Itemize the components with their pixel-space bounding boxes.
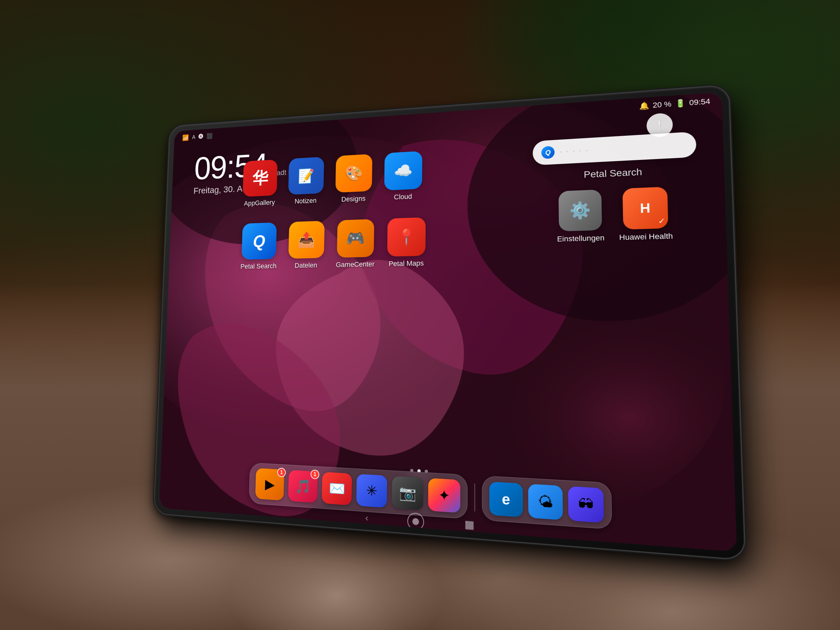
screen-icon: ⬛ — [206, 133, 212, 140]
photo-scene: 📶 A 🅐 ⬛ 🔔 20 % 🔋 09:54 09:54 — [0, 0, 840, 630]
petal-search-label: Petal Search — [240, 262, 276, 270]
dock-right: e 🌤 🕶 — [482, 475, 612, 529]
einstellungen-icon: ⚙️ — [559, 189, 602, 231]
app-item-petal-search[interactable]: Q Petal Search — [240, 223, 278, 271]
app-item-gamecenter[interactable]: 🎮 GameCenter — [336, 219, 375, 269]
app-item-petal-maps[interactable]: 📍 Petal Maps — [387, 217, 425, 268]
battery-icon: 🔋 — [675, 99, 685, 108]
gamecenter-icon: 🎮 — [336, 219, 374, 257]
appgallery-label: AppGallery — [244, 198, 275, 207]
petal-search-widget-label: Petal Search — [532, 164, 697, 183]
recents-btn[interactable]: ⬜ — [465, 521, 474, 531]
notification-icon: ❕ — [653, 119, 666, 131]
battery-percent: 20 % — [652, 99, 671, 110]
a-icon: 🅐 — [198, 133, 203, 140]
appgallery-icon: 华 — [243, 159, 278, 197]
petal-search-icon: Q — [241, 223, 276, 260]
dock-connect[interactable]: ✳ — [356, 474, 387, 508]
dock-streaming[interactable]: ▶ 1 — [255, 468, 284, 501]
notizen-label: Notizen — [294, 197, 316, 205]
status-time: 09:54 — [689, 97, 710, 107]
streaming-badge: 1 — [277, 468, 286, 477]
datelen-label: Datelen — [294, 261, 317, 270]
gamecenter-label: GameCenter — [336, 260, 374, 269]
app-row-2: Q Petal Search 📤 Datelen 🎮 — [240, 217, 425, 271]
petal-maps-label: Petal Maps — [388, 259, 423, 268]
app-item-einstellungen[interactable]: ⚙️ Einstellungen — [556, 189, 605, 243]
app-item-huawei-health[interactable]: H ✓ Huawei Health — [618, 186, 673, 242]
status-right: 🔔 20 % 🔋 09:54 — [639, 97, 710, 111]
dock-mail[interactable]: ✉️ — [322, 472, 352, 505]
tablet-wrapper: 📶 A 🅐 ⬛ 🔔 20 % 🔋 09:54 09:54 — [154, 85, 745, 559]
tablet-screen: 📶 A 🅐 ⬛ 🔔 20 % 🔋 09:54 09:54 — [159, 92, 737, 552]
cloud-label: Cloud — [394, 193, 412, 201]
dock-edge[interactable]: e — [489, 482, 523, 517]
einstellungen-label: Einstellungen — [557, 234, 604, 243]
notizen-icon: 📝 — [288, 157, 324, 195]
music-badge: 1 — [310, 470, 319, 480]
app-item-notizen[interactable]: 📝 Notizen — [288, 157, 324, 205]
bell-icon: 🔔 — [639, 101, 649, 111]
dock-weather[interactable]: 🌤 — [528, 484, 563, 520]
huawei-health-label: Huawei Health — [619, 232, 673, 242]
designs-label: Designs — [341, 194, 365, 204]
right-section: Q · · · · · Petal Search ⚙️ Einstellunge… — [532, 131, 699, 244]
app-item-cloud[interactable]: ☁️ Cloud — [384, 151, 422, 202]
petal-maps-icon: 📍 — [387, 217, 425, 257]
tablet-body: 📶 A 🅐 ⬛ 🔔 20 % 🔋 09:54 09:54 — [154, 85, 745, 559]
designs-icon: 🎨 — [335, 154, 372, 193]
app-item-designs[interactable]: 🎨 Designs — [335, 154, 372, 204]
huawei-health-icon: H ✓ — [622, 187, 668, 230]
back-btn[interactable]: ‹ — [365, 512, 368, 523]
app-item-datelen[interactable]: 📤 Datelen — [288, 221, 324, 270]
datelen-icon: 📤 — [288, 221, 324, 259]
signal-icon: A — [192, 134, 195, 140]
dock-gallery[interactable]: ✦ — [428, 478, 460, 513]
dock-ai[interactable]: 🕶 — [568, 486, 604, 523]
app-item-appgallery[interactable]: 华 AppGallery — [242, 159, 278, 207]
dock-music[interactable]: 🎵 1 — [288, 470, 317, 503]
dock-divider — [474, 483, 475, 512]
status-left: 📶 A 🅐 ⬛ — [182, 133, 212, 141]
search-petal-icon: Q — [541, 146, 554, 159]
cloud-icon: ☁️ — [384, 151, 422, 191]
wifi-icon: 📶 — [182, 134, 189, 141]
right-app-row: ⚙️ Einstellungen H ✓ Huawei Health — [533, 186, 699, 244]
dock-camera[interactable]: 📷 — [392, 476, 423, 510]
search-dots: · · · · · — [559, 140, 686, 156]
